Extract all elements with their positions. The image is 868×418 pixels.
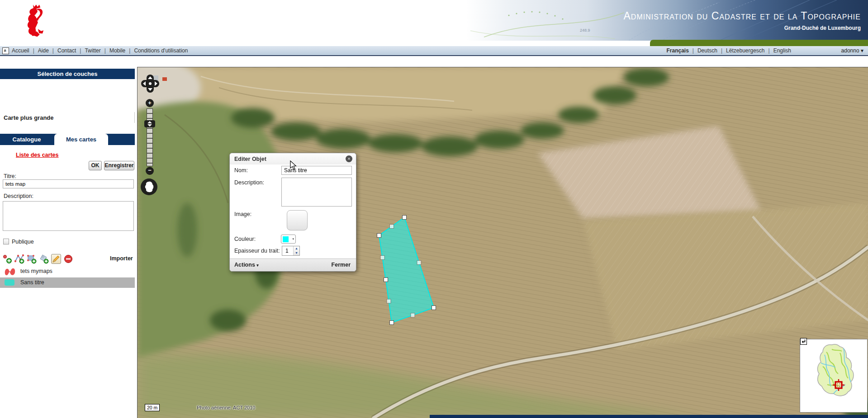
lang-deutsch[interactable]: Deutsch bbox=[697, 47, 717, 54]
tab-catalogue[interactable]: Catalogue bbox=[0, 134, 53, 145]
map-attribution: Photo aérienne: ACT 2010 bbox=[197, 405, 255, 410]
spin-up-icon[interactable]: ▲ bbox=[294, 246, 299, 251]
zoom-slider-handle[interactable] bbox=[144, 120, 155, 127]
caret-down-icon: ▾ bbox=[256, 263, 259, 268]
dialog-footer: Actions ▾ Fermer bbox=[230, 258, 356, 271]
save-button[interactable]: Enregistrer bbox=[104, 161, 134, 170]
pan-control[interactable] bbox=[141, 75, 159, 93]
site-subtitle: Grand-Duché de Luxembourg bbox=[784, 25, 861, 31]
image-label: Image: bbox=[234, 211, 251, 217]
map-list-link[interactable]: Liste des cartes bbox=[16, 152, 59, 158]
stroke-width-spinner: ▲ ▼ bbox=[282, 246, 300, 256]
zoom-full-extent-button[interactable] bbox=[141, 178, 157, 195]
description-label: Description: bbox=[234, 179, 264, 186]
object-description-textarea[interactable] bbox=[281, 178, 352, 207]
minimize-arrow-icon bbox=[801, 338, 806, 344]
nav-aide[interactable]: Aide bbox=[38, 47, 49, 54]
layer-item-sans-titre-selected[interactable]: Sans titre bbox=[0, 277, 135, 288]
luxembourg-outline-icon bbox=[141, 178, 157, 195]
spin-down-icon[interactable]: ▼ bbox=[294, 251, 299, 255]
zoom-slider-track[interactable] bbox=[147, 108, 153, 166]
midpoint-handle[interactable] bbox=[380, 256, 384, 260]
layer2-shape-icon bbox=[5, 279, 14, 286]
separator bbox=[29, 47, 38, 54]
tab-mes-cartes[interactable]: Mes cartes bbox=[54, 134, 108, 145]
layer-name: tets mymaps bbox=[20, 268, 52, 274]
separator bbox=[765, 47, 773, 54]
layer-name: Sans titre bbox=[20, 279, 44, 286]
bigger-map-link[interactable]: Carte plus grande bbox=[4, 114, 54, 121]
separator bbox=[717, 47, 726, 54]
color-swatch bbox=[283, 236, 289, 242]
edit-object-dialog: Editer Objet × Nom: Description: Image: … bbox=[229, 153, 356, 272]
add-polygon-tool[interactable] bbox=[27, 254, 37, 264]
midpoint-handle[interactable] bbox=[411, 313, 415, 317]
nav-contact[interactable]: Contact bbox=[57, 47, 76, 54]
layer-item-tets-mymaps[interactable]: tets mymaps bbox=[0, 266, 135, 277]
nav-accueil[interactable]: Accueil bbox=[12, 47, 29, 54]
luxembourg-lion-logo bbox=[24, 4, 45, 37]
sidebar-tabs: Catalogue Mes cartes bbox=[0, 134, 135, 145]
dialog-titlebar[interactable]: Editer Objet × bbox=[230, 153, 356, 164]
separator bbox=[689, 47, 697, 54]
actions-menu-button[interactable]: Actions ▾ bbox=[234, 262, 259, 268]
separator bbox=[125, 47, 134, 54]
map-title-input[interactable] bbox=[3, 179, 134, 188]
pencil-icon bbox=[52, 254, 61, 263]
header-banner: 248.9 Administration du Cadastre et de l… bbox=[466, 0, 868, 41]
vertex-handle[interactable] bbox=[390, 321, 394, 325]
overview-map-toggle-button[interactable] bbox=[800, 338, 807, 345]
midpoint-handle[interactable] bbox=[390, 225, 394, 229]
stroke-width-input[interactable] bbox=[282, 246, 293, 255]
scale-indicator: 20 m bbox=[145, 404, 160, 411]
spinner-arrows[interactable]: ▲ ▼ bbox=[293, 246, 299, 255]
midpoint-handle[interactable] bbox=[417, 261, 421, 265]
dialog-title: Editer Objet bbox=[234, 156, 266, 162]
page-header: 248.9 Administration du Cadastre et de l… bbox=[0, 0, 868, 46]
vertex-handle[interactable] bbox=[377, 234, 381, 238]
edit-object-tool[interactable] bbox=[51, 254, 61, 264]
separator bbox=[76, 47, 85, 54]
divider bbox=[134, 112, 135, 123]
ok-button[interactable]: OK bbox=[89, 161, 102, 170]
vertex-handle[interactable] bbox=[384, 278, 388, 282]
pan-east-icon bbox=[155, 81, 157, 86]
image-picker-button[interactable] bbox=[287, 210, 308, 230]
nav-mobile[interactable]: Mobile bbox=[109, 47, 125, 54]
close-icon[interactable]: × bbox=[346, 155, 352, 162]
zoom-out-button[interactable]: − bbox=[146, 167, 154, 175]
add-line-tool[interactable] bbox=[14, 254, 24, 264]
top-navbar: « Accueil Aide Contact Twitter Mobile Co… bbox=[0, 46, 868, 56]
nav-twitter[interactable]: Twitter bbox=[85, 47, 100, 54]
color-label: Couleur: bbox=[234, 236, 256, 242]
overview-map[interactable] bbox=[800, 339, 868, 413]
object-name-input[interactable] bbox=[281, 166, 352, 175]
pan-north-icon bbox=[148, 76, 152, 79]
site-title: Administration du Cadastre et de la Topo… bbox=[624, 10, 861, 22]
lang-francais[interactable]: Français bbox=[666, 47, 688, 54]
public-checkbox-label: Publique bbox=[12, 239, 34, 245]
luxembourg-overview bbox=[800, 339, 867, 412]
lang-english[interactable]: English bbox=[773, 47, 791, 54]
import-link[interactable]: Importer bbox=[110, 255, 133, 262]
description-field-label: Description: bbox=[4, 193, 33, 199]
midpoint-handle[interactable] bbox=[387, 299, 391, 303]
delete-object-tool[interactable] bbox=[63, 254, 73, 264]
user-menu[interactable]: adonno ▾ bbox=[841, 47, 863, 54]
close-dialog-button[interactable]: Fermer bbox=[332, 262, 351, 268]
zoom-in-button[interactable]: + bbox=[146, 99, 154, 107]
vertex-handle[interactable] bbox=[403, 216, 407, 220]
public-checkbox[interactable] bbox=[3, 239, 9, 244]
add-label-tool[interactable] bbox=[39, 254, 49, 264]
nav-links-left: Accueil Aide Contact Twitter Mobile Cond… bbox=[12, 46, 188, 55]
bottom-status-strip bbox=[430, 415, 868, 418]
color-picker-button[interactable]: ▾ bbox=[281, 235, 296, 244]
add-point-tool[interactable] bbox=[2, 254, 12, 264]
collapse-header-button[interactable]: « bbox=[2, 47, 9, 54]
nav-conditions[interactable]: Conditions d'utilisation bbox=[134, 47, 188, 54]
vertex-handle[interactable] bbox=[432, 306, 436, 310]
map-description-textarea[interactable] bbox=[3, 201, 134, 231]
lang-letzebuergesch[interactable]: Lëtzebuergesch bbox=[726, 47, 764, 54]
app-root: 248.9 Administration du Cadastre et de l… bbox=[0, 0, 868, 418]
name-label: Nom: bbox=[234, 167, 248, 174]
